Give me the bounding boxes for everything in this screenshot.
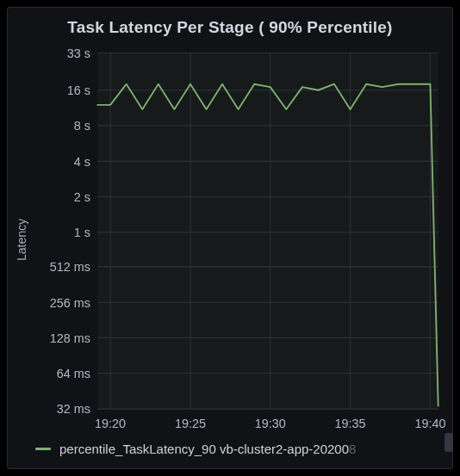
legend[interactable]: percentile_TaskLatency_90 vb-cluster2-ap… [13, 433, 447, 460]
svg-text:2 s: 2 s [74, 190, 90, 204]
svg-text:1 s: 1 s [74, 226, 90, 239]
svg-text:19:40: 19:40 [414, 416, 445, 430]
svg-text:64 ms: 64 ms [57, 367, 90, 380]
svg-text:19:25: 19:25 [175, 416, 206, 430]
svg-text:32 ms: 32 ms [57, 402, 90, 416]
chart-svg: 32 ms64 ms128 ms256 ms512 ms1 s2 s4 s8 s… [30, 46, 447, 433]
svg-text:256 ms: 256 ms [50, 295, 90, 309]
chart-panel: Task Latency Per Stage ( 90% Percentile)… [7, 7, 453, 469]
svg-text:19:20: 19:20 [95, 416, 126, 430]
chart-title: Task Latency Per Stage ( 90% Percentile) [13, 13, 447, 46]
svg-text:512 ms: 512 ms [50, 260, 90, 274]
svg-text:19:35: 19:35 [335, 416, 366, 430]
svg-text:33 s: 33 s [67, 46, 90, 60]
svg-text:19:30: 19:30 [255, 416, 286, 430]
svg-text:4 s: 4 s [74, 154, 90, 168]
plot-background [97, 53, 438, 410]
y-tick-labels: 32 ms64 ms128 ms256 ms512 ms1 s2 s4 s8 s… [50, 46, 90, 417]
chart-canvas[interactable]: 32 ms64 ms128 ms256 ms512 ms1 s2 s4 s8 s… [30, 46, 447, 433]
x-tick-labels: 19:2019:2519:3019:3519:40 [95, 416, 445, 430]
svg-text:128 ms: 128 ms [50, 331, 90, 345]
scrollbar-hint [444, 433, 453, 452]
legend-swatch [35, 448, 51, 450]
svg-text:16 s: 16 s [67, 83, 90, 97]
legend-label: percentile_TaskLatency_90 vb-cluster2-ap… [59, 442, 356, 456]
plot-area[interactable]: Latency 32 ms64 ms128 ms256 ms512 ms1 s2… [13, 46, 447, 433]
svg-text:8 s: 8 s [74, 119, 90, 133]
y-axis-label: Latency [13, 46, 30, 433]
